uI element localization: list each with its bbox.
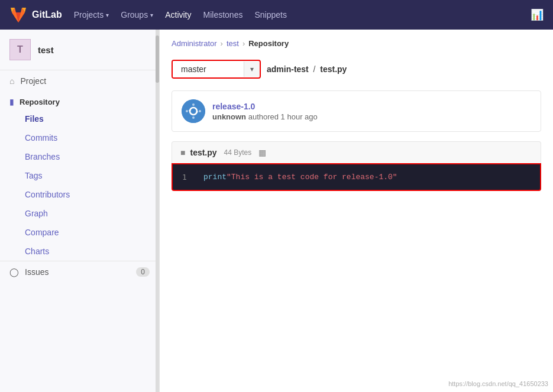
nav-activity[interactable]: Activity xyxy=(165,10,191,20)
sidebar-repository-label: Repository xyxy=(20,98,60,106)
file-doc-icon: ■ xyxy=(180,148,185,157)
sidebar-item-project[interactable]: ⌂ Project xyxy=(0,70,159,92)
issues-icon: ◯ xyxy=(9,267,19,277)
scrollbar[interactable] xyxy=(156,30,159,392)
nav-chart-icon[interactable]: 📊 xyxy=(531,8,544,21)
commit-time: authored 1 hour ago xyxy=(248,112,318,121)
svg-point-9 xyxy=(192,116,195,119)
file-icon: ▮ xyxy=(9,98,14,106)
breadcrumb-admin[interactable]: Administrator xyxy=(172,39,217,48)
nav-snippets[interactable]: Snippets xyxy=(254,10,286,20)
nav-projects[interactable]: Projects ▾ xyxy=(74,10,109,20)
commit-release[interactable]: release-1.0 xyxy=(212,102,318,111)
sidebar-item-compare[interactable]: Compare xyxy=(0,223,159,242)
project-name: test xyxy=(38,45,54,55)
breadcrumb-sep-1: › xyxy=(221,39,223,48)
sidebar-issues-label: Issues xyxy=(25,267,48,277)
branch-row: master ▾ admin-test / test.py xyxy=(172,60,541,79)
branch-path-prefix: admin-test xyxy=(267,64,309,74)
nav-groups[interactable]: Groups ▾ xyxy=(121,10,153,20)
commit-avatar xyxy=(182,99,205,123)
watermark: https://blog.csdn.net/qq_41650233 xyxy=(448,380,548,387)
nav-milestones[interactable]: Milestones xyxy=(203,10,243,20)
logo-text: GitLab xyxy=(32,9,62,20)
code-string: "This is a test code for release-1.0" xyxy=(227,173,397,182)
sidebar-item-graph[interactable]: Graph xyxy=(0,204,159,223)
copy-icon[interactable]: ▦ xyxy=(258,148,266,157)
sidebar-item-files[interactable]: Files xyxy=(0,109,159,128)
svg-point-5 xyxy=(182,99,205,123)
commit-info: release-1.0 unknown authored 1 hour ago xyxy=(172,90,541,132)
sidebar-item-tags[interactable]: Tags xyxy=(0,166,159,185)
breadcrumb: Administrator › test › Repository xyxy=(172,39,541,48)
svg-point-8 xyxy=(192,103,195,106)
groups-chevron-icon: ▾ xyxy=(150,12,153,18)
file-header: ■ test.py 44 Bytes ▦ xyxy=(172,141,541,163)
breadcrumb-sep-2: › xyxy=(242,39,245,48)
commit-avatar-icon xyxy=(182,99,205,123)
code-line-1: 1 print"This is a test code for release-… xyxy=(182,173,531,182)
commit-author: unknown xyxy=(212,112,246,121)
sidebar-item-issues[interactable]: ◯ Issues 0 xyxy=(0,261,159,283)
branch-dropdown-arrow[interactable]: ▾ xyxy=(244,61,260,77)
file-size: 44 Bytes xyxy=(224,148,252,157)
sidebar-item-contributors[interactable]: Contributors xyxy=(0,185,159,204)
commit-details: release-1.0 unknown authored 1 hour ago xyxy=(212,102,318,121)
sidebar-repository-section: ▮ Repository xyxy=(0,92,159,109)
sidebar-project-label: Project xyxy=(20,76,46,86)
home-icon: ⌂ xyxy=(9,76,14,86)
issues-badge: 0 xyxy=(136,267,150,277)
branch-path-file: test.py xyxy=(320,64,347,74)
file-content: 1 print"This is a test code for release-… xyxy=(172,163,541,191)
sidebar-item-charts[interactable]: Charts xyxy=(0,242,159,261)
sidebar: T test ⌂ Project ▮ Repository Files Comm… xyxy=(0,30,160,392)
commit-meta: unknown authored 1 hour ago xyxy=(212,112,318,121)
top-nav: GitLab Projects ▾ Groups ▾ Activity Mile… xyxy=(0,0,553,30)
code-text-1: print"This is a test code for release-1.… xyxy=(203,173,397,182)
code-keyword: print xyxy=(203,173,227,182)
sidebar-item-commits[interactable]: Commits xyxy=(0,128,159,147)
logo[interactable]: GitLab xyxy=(9,6,62,24)
main-content: Administrator › test › Repository master… xyxy=(160,30,553,392)
svg-point-11 xyxy=(199,110,201,112)
svg-point-10 xyxy=(186,110,188,112)
gitlab-fox-icon xyxy=(9,6,27,24)
branch-selected-text: master xyxy=(173,61,244,77)
sidebar-item-branches[interactable]: Branches xyxy=(0,147,159,166)
line-number-1: 1 xyxy=(182,173,194,182)
branch-path: admin-test / test.py xyxy=(267,64,347,74)
project-avatar: T xyxy=(9,39,31,60)
breadcrumb-current: Repository xyxy=(248,39,289,48)
file-container: ■ test.py 44 Bytes ▦ 1 print"This is a t… xyxy=(172,141,541,191)
sidebar-project-header: T test xyxy=(0,30,159,70)
branch-selector[interactable]: master ▾ xyxy=(172,60,261,79)
projects-chevron-icon: ▾ xyxy=(106,12,109,18)
breadcrumb-test[interactable]: test xyxy=(227,39,239,48)
file-name: test.py xyxy=(190,148,216,157)
